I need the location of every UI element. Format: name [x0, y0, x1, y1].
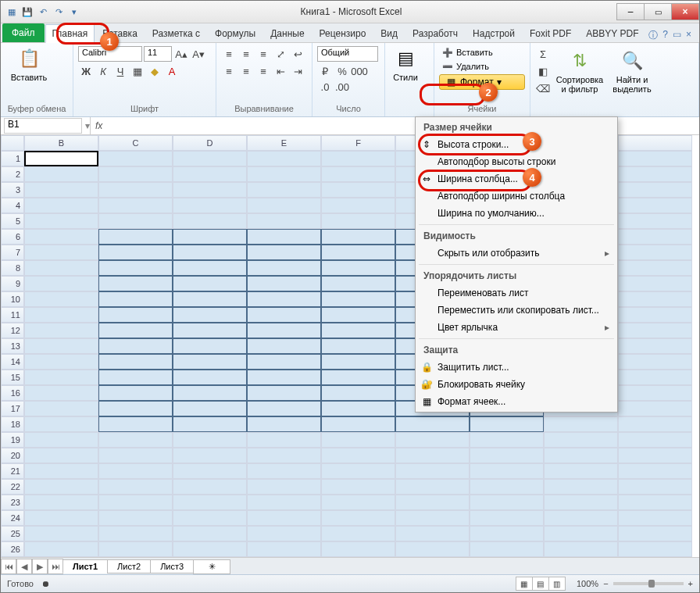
cell[interactable] — [618, 151, 692, 166]
cell[interactable] — [321, 307, 395, 323]
paste-button[interactable]: 📋 Вставить — [5, 46, 52, 82]
view-normal-icon[interactable]: ▦ — [516, 577, 533, 591]
row-header[interactable]: 10 — [1, 291, 24, 307]
cell[interactable] — [98, 432, 173, 448]
tab-review[interactable]: Рецензиро — [312, 24, 373, 42]
cell[interactable] — [247, 276, 321, 291]
cell[interactable] — [173, 385, 247, 401]
cell[interactable] — [470, 541, 544, 557]
cell[interactable] — [98, 260, 173, 276]
col-header[interactable] — [618, 135, 692, 151]
row-header[interactable]: 2 — [1, 166, 24, 182]
wrap-text-icon[interactable]: ↩ — [290, 46, 305, 62]
cell[interactable] — [24, 401, 98, 416]
cell[interactable] — [173, 260, 247, 276]
cell[interactable] — [98, 370, 173, 385]
cell[interactable] — [24, 385, 98, 401]
cell[interactable] — [247, 198, 321, 213]
cell[interactable] — [470, 432, 544, 448]
cell[interactable] — [24, 307, 98, 323]
row-header[interactable]: 16 — [1, 385, 24, 401]
font-color-icon[interactable]: A — [164, 63, 180, 79]
sort-filter-button[interactable]: ⇅ Сортировка и фильтр — [554, 48, 605, 94]
row-header[interactable]: 8 — [1, 260, 24, 276]
cell[interactable] — [247, 526, 321, 541]
cell[interactable] — [24, 323, 98, 338]
cell[interactable] — [173, 291, 247, 307]
grow-font-icon[interactable]: A▴ — [173, 46, 189, 62]
cell[interactable] — [98, 291, 173, 307]
tab-view[interactable]: Вид — [373, 24, 405, 42]
cell[interactable] — [173, 416, 247, 432]
cell[interactable] — [98, 354, 173, 370]
name-box[interactable]: B1 — [4, 118, 82, 134]
select-all-corner[interactable] — [1, 135, 24, 151]
cell[interactable] — [173, 354, 247, 370]
cell[interactable] — [247, 385, 321, 401]
cell[interactable] — [247, 495, 321, 510]
row-header[interactable]: 22 — [1, 479, 24, 495]
row-header[interactable]: 12 — [1, 323, 24, 338]
cell[interactable] — [618, 198, 692, 213]
cell[interactable] — [618, 338, 692, 354]
cell[interactable] — [395, 541, 470, 557]
row-header[interactable]: 3 — [1, 182, 24, 198]
cell[interactable] — [247, 307, 321, 323]
cell[interactable] — [173, 526, 247, 541]
align-center-icon[interactable]: ≡ — [238, 63, 254, 79]
cell[interactable] — [395, 510, 470, 526]
cell[interactable] — [321, 260, 395, 276]
menu-autofit-col[interactable]: Автоподбор ширины столбца — [416, 188, 617, 205]
cell[interactable] — [247, 416, 321, 432]
cell[interactable] — [618, 479, 692, 495]
cell[interactable] — [98, 416, 173, 432]
cell[interactable] — [321, 323, 395, 338]
cell[interactable] — [470, 448, 544, 463]
cell[interactable] — [247, 370, 321, 385]
cell[interactable] — [618, 182, 692, 198]
cell[interactable] — [173, 198, 247, 213]
cell[interactable] — [618, 291, 692, 307]
row-header[interactable]: 7 — [1, 245, 24, 260]
cell[interactable] — [173, 166, 247, 182]
cell[interactable] — [24, 291, 98, 307]
cell[interactable] — [470, 463, 544, 479]
cell[interactable] — [247, 354, 321, 370]
cell[interactable] — [321, 291, 395, 307]
cell[interactable] — [618, 385, 692, 401]
font-name-select[interactable]: Calibri — [78, 46, 142, 62]
cell[interactable] — [173, 338, 247, 354]
row-header[interactable]: 11 — [1, 307, 24, 323]
cell[interactable] — [24, 510, 98, 526]
cell[interactable] — [24, 432, 98, 448]
percent-icon[interactable]: % — [334, 63, 350, 79]
tab-home[interactable]: Главная — [45, 24, 95, 43]
row-header[interactable]: 4 — [1, 198, 24, 213]
menu-hide-show[interactable]: Скрыть или отобразить▸ — [416, 245, 617, 262]
maximize-button[interactable] — [644, 3, 672, 20]
tab-formulas[interactable]: Формулы — [208, 24, 262, 42]
cell[interactable] — [98, 182, 173, 198]
align-left-icon[interactable]: ≡ — [221, 63, 237, 79]
fill-color-icon[interactable]: ◆ — [147, 63, 162, 79]
cell[interactable] — [247, 151, 321, 166]
menu-rename-sheet[interactable]: Переименовать лист — [416, 284, 617, 302]
sheet-tab-new[interactable]: ✳ — [193, 559, 230, 574]
menu-tab-color[interactable]: Цвет ярлычка▸ — [416, 319, 617, 336]
cell[interactable] — [321, 182, 395, 198]
cell[interactable] — [321, 416, 395, 432]
zoom-level[interactable]: 100% — [577, 579, 598, 588]
cell[interactable] — [173, 151, 247, 166]
cell[interactable] — [24, 354, 98, 370]
row-header[interactable]: 17 — [1, 401, 24, 416]
cell[interactable] — [321, 354, 395, 370]
cell[interactable] — [24, 338, 98, 354]
sheet-tab-3[interactable]: Лист3 — [150, 559, 194, 573]
cell[interactable] — [98, 151, 173, 166]
styles-button[interactable]: ▤ Стили — [390, 46, 421, 82]
row-header[interactable]: 18 — [1, 416, 24, 432]
ribbon-minimize-icon[interactable]: ▭ — [673, 29, 681, 42]
sheet-tab-2[interactable]: Лист2 — [107, 559, 151, 573]
cell[interactable] — [24, 448, 98, 463]
cell[interactable] — [321, 198, 395, 213]
